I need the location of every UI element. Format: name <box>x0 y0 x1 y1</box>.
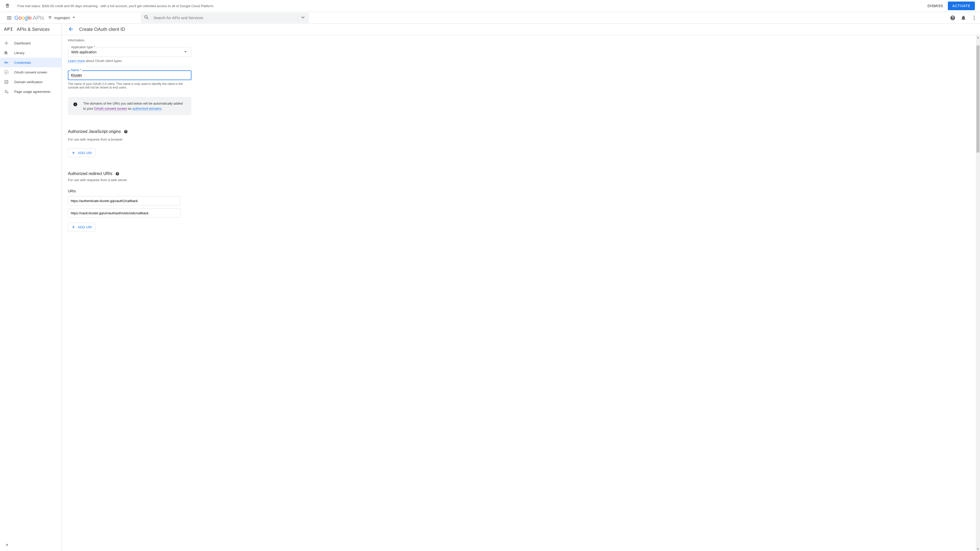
oauth-consent-link[interactable]: OAuth consent screen <box>94 106 127 111</box>
authorized-domains-link[interactable]: authorized domains <box>132 106 161 111</box>
info-icon <box>73 102 78 111</box>
sidebar: API APIs & Services Dashboard Library <box>0 24 62 551</box>
name-helper-text: The name of your OAuth 2.0 client. This … <box>68 82 191 89</box>
application-type-select[interactable]: Application type * Web application <box>68 47 191 57</box>
add-redirect-uri-button[interactable]: ADD URI <box>68 223 95 231</box>
svg-point-16 <box>7 92 8 93</box>
chevron-down-icon[interactable] <box>300 14 306 21</box>
collapse-sidebar-button[interactable] <box>5 543 10 548</box>
svg-rect-15 <box>5 80 8 83</box>
svg-point-0 <box>49 16 50 17</box>
help-icon[interactable] <box>950 15 956 21</box>
svg-point-7 <box>5 43 5 43</box>
scroll-thumb[interactable] <box>977 45 980 152</box>
nav-label: Library <box>14 51 24 55</box>
application-type-value: Web application <box>71 50 97 54</box>
redirect-uris-heading: Authorized redirect URIs <box>68 171 250 176</box>
learn-more-line: Learn more about OAuth client types <box>68 59 250 63</box>
api-logo-icon: API <box>4 27 13 32</box>
dismiss-button[interactable]: DISMISS <box>928 4 943 8</box>
project-name: myproject <box>54 16 70 20</box>
nav-label: OAuth consent screen <box>14 70 47 74</box>
project-picker[interactable]: myproject <box>48 15 76 21</box>
main-content: Create OAuth client ID information. Appl… <box>62 24 980 551</box>
nav-label: Credentials <box>14 61 31 65</box>
svg-rect-10 <box>5 51 5 54</box>
google-apis-logo[interactable]: Google APIs <box>14 14 44 21</box>
svg-point-5 <box>974 19 975 20</box>
page-usage-icon <box>4 89 10 94</box>
domains-info-box: The domains of the URIs you add below wi… <box>68 97 191 115</box>
svg-rect-14 <box>5 70 8 74</box>
redirect-uri-input-2[interactable] <box>68 208 181 218</box>
sidebar-item-credentials[interactable]: Credentials <box>0 58 62 67</box>
nav-label: Dashboard <box>14 41 30 45</box>
nav-label: Domain verification <box>14 80 43 84</box>
scroll-down-arrow[interactable]: ▼ <box>976 547 980 551</box>
key-icon <box>4 60 10 65</box>
svg-rect-12 <box>6 51 7 54</box>
svg-point-1 <box>50 16 51 17</box>
sidebar-item-oauth-consent[interactable]: OAuth consent screen <box>0 67 62 77</box>
sidebar-item-dashboard[interactable]: Dashboard <box>0 38 62 48</box>
sidebar-item-library[interactable]: Library <box>0 48 62 58</box>
help-icon[interactable] <box>115 171 119 176</box>
caret-down-icon <box>183 49 188 55</box>
page-title: Create OAuth client ID <box>79 27 125 32</box>
svg-rect-11 <box>6 51 6 54</box>
search-icon <box>144 14 149 21</box>
vertical-scrollbar[interactable]: ▲ ▼ <box>976 35 980 551</box>
svg-point-4 <box>974 17 975 18</box>
gift-icon <box>5 3 10 9</box>
search-bar[interactable] <box>141 13 309 23</box>
domain-check-icon <box>4 79 10 84</box>
application-type-label: Application type * <box>70 45 96 49</box>
learn-more-link[interactable]: Learn more <box>68 59 85 63</box>
back-arrow-button[interactable] <box>68 26 74 33</box>
js-origins-sub: For use with requests from a browser <box>68 138 250 141</box>
caret-down-icon <box>71 15 76 21</box>
dashboard-icon <box>4 41 10 45</box>
intro-text-tail: information. <box>68 38 250 42</box>
svg-point-9 <box>6 44 6 45</box>
sidebar-item-domain-verification[interactable]: Domain verification <box>0 77 62 87</box>
svg-rect-18 <box>75 104 76 105</box>
hamburger-menu-button[interactable] <box>3 12 15 24</box>
scroll-up-arrow[interactable]: ▲ <box>976 35 980 39</box>
uris-label: URIs <box>68 189 250 193</box>
nav-label: Page usage agreements <box>14 90 51 94</box>
activate-button[interactable]: ACTIVATE <box>948 2 975 10</box>
svg-rect-19 <box>75 103 76 104</box>
svg-point-2 <box>49 17 51 19</box>
trial-bar: Free trial status: $300.00 credit and 90… <box>0 0 980 12</box>
notifications-icon[interactable] <box>961 15 966 21</box>
sidebar-header[interactable]: API APIs & Services <box>0 24 62 35</box>
svg-point-6 <box>6 41 6 42</box>
name-input[interactable] <box>68 70 191 80</box>
trial-status-text: Free trial status: $300.00 credit and 90… <box>18 4 928 8</box>
name-label: Name * <box>70 68 82 72</box>
project-scope-icon <box>48 15 52 20</box>
js-origins-heading: Authorized JavaScript origins <box>68 129 250 134</box>
redirect-uri-input-1[interactable] <box>68 196 181 205</box>
app-header: Google APIs myproject <box>0 12 980 24</box>
svg-point-3 <box>974 16 975 17</box>
help-icon[interactable] <box>124 130 128 134</box>
search-input[interactable] <box>153 16 300 20</box>
add-js-origin-button[interactable]: ADD URI <box>68 148 95 157</box>
svg-point-8 <box>8 43 8 43</box>
sidebar-title: APIs & Services <box>17 27 49 32</box>
more-vert-icon[interactable] <box>971 15 977 21</box>
library-icon <box>4 51 10 55</box>
sidebar-item-page-usage[interactable]: Page usage agreements <box>0 87 62 97</box>
content-header: Create OAuth client ID <box>62 24 980 35</box>
consent-screen-icon <box>4 70 10 75</box>
redirect-uris-sub: For use with requests from a web server <box>68 178 250 182</box>
